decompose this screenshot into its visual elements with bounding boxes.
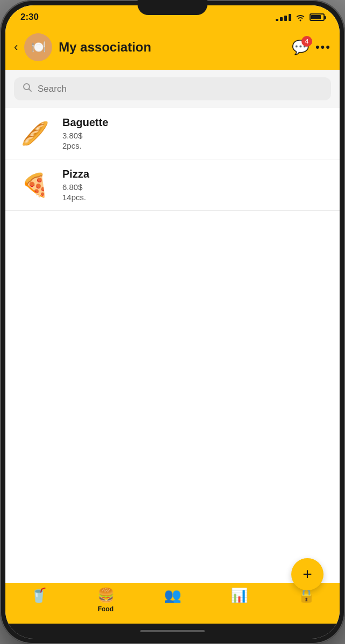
- nav-item-food[interactable]: 🍔 Food: [72, 587, 139, 613]
- drinks-icon: 🥤: [30, 587, 47, 604]
- nav-food-label: Food: [98, 605, 113, 613]
- search-input[interactable]: [38, 84, 322, 94]
- pizza-image: 🍕: [16, 169, 54, 201]
- pizza-name: Pizza: [62, 168, 329, 180]
- signal-icon: [276, 14, 291, 21]
- battery-fill: [311, 15, 321, 19]
- search-icon: [23, 83, 32, 95]
- notification-badge: 4: [301, 36, 312, 47]
- app-header: ‹ 🍽️ My association 💬 4 •••: [5, 29, 340, 70]
- bottom-nav: 🥤 🍔 Food 👥 📊 🔒: [5, 583, 340, 624]
- header-actions: 💬 4 •••: [292, 39, 331, 56]
- status-time: 2:30: [20, 12, 39, 23]
- phone-shell: 2:30 ‹ 🍽️: [0, 0, 345, 644]
- pizza-info: Pizza 6.80$ 14pcs.: [62, 168, 329, 202]
- svg-line-1: [29, 89, 32, 92]
- stats-icon: 📊: [231, 587, 248, 604]
- baguette-name: Baguette: [62, 116, 329, 129]
- avatar: 🍽️: [24, 33, 52, 61]
- home-indicator: [5, 624, 340, 639]
- search-container: [5, 70, 340, 108]
- baguette-info: Baguette 3.80$ 2pcs.: [62, 116, 329, 150]
- notifications-button[interactable]: 💬 4: [292, 39, 309, 56]
- food-icon: 🍔: [97, 587, 114, 604]
- back-button[interactable]: ‹: [14, 40, 18, 54]
- fab-container: +: [291, 558, 324, 590]
- wifi-icon: [294, 13, 306, 21]
- search-bar[interactable]: [14, 77, 331, 100]
- nav-item-members[interactable]: 👥: [139, 587, 206, 605]
- main-content: 🥖 Baguette 3.80$ 2pcs. 🍕 Pizza 6.80$ 14p…: [5, 70, 340, 583]
- add-item-button[interactable]: +: [291, 558, 324, 590]
- members-icon: 👥: [164, 587, 181, 604]
- pizza-qty: 14pcs.: [62, 193, 329, 202]
- nav-item-stats[interactable]: 📊: [206, 587, 272, 605]
- baguette-image: 🥖: [16, 118, 54, 150]
- pizza-price: 6.80$: [62, 182, 329, 192]
- phone-inner: 2:30 ‹ 🍽️: [5, 5, 340, 639]
- nav-item-drinks[interactable]: 🥤: [5, 587, 72, 605]
- baguette-qty: 2pcs.: [62, 141, 329, 150]
- home-bar: [140, 630, 205, 632]
- notch: [138, 0, 207, 15]
- items-list: 🥖 Baguette 3.80$ 2pcs. 🍕 Pizza 6.80$ 14p…: [5, 108, 340, 583]
- list-item[interactable]: 🍕 Pizza 6.80$ 14pcs.: [5, 159, 340, 211]
- baguette-price: 3.80$: [62, 131, 329, 140]
- list-item[interactable]: 🥖 Baguette 3.80$ 2pcs.: [5, 108, 340, 159]
- page-title: My association: [59, 40, 292, 55]
- more-options-button[interactable]: •••: [315, 40, 331, 54]
- battery-icon: [310, 13, 325, 21]
- status-icons: [276, 13, 325, 21]
